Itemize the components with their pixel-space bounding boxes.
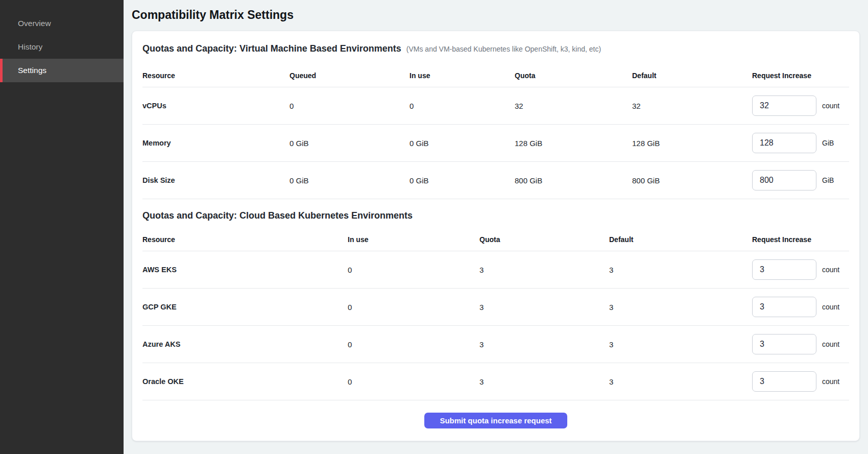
request-increase-input-gcp-gke[interactable] — [752, 297, 816, 317]
column-header-request-increase: Request Increase — [752, 71, 849, 80]
k8s-section-title: Quotas and Capacity: Cloud Based Kuberne… — [142, 209, 413, 222]
unit-label: count — [822, 303, 839, 311]
sidebar-item-history[interactable]: History — [0, 35, 124, 59]
quota-value: 32 — [515, 102, 632, 110]
default-value: 3 — [609, 377, 752, 386]
k8s-table-header: Resource In use Quota Default Request In… — [142, 228, 849, 251]
queued-value: 0 GiB — [290, 176, 409, 185]
k8s-quota-table: Resource In use Quota Default Request In… — [142, 228, 849, 400]
in-use-value: 0 — [348, 377, 479, 386]
main-content: Compatibility Matrix Settings Quotas and… — [124, 0, 868, 454]
default-value: 3 — [609, 303, 752, 312]
column-header-default: Default — [632, 71, 752, 80]
column-header-quota: Quota — [515, 71, 632, 80]
table-row-memory: Memory 0 GiB 0 GiB 128 GiB 128 GiB GiB — [142, 125, 849, 162]
resource-label: Disk Size — [142, 176, 290, 184]
request-increase-cell: GiB — [752, 133, 849, 153]
vm-section-title: Quotas and Capacity: Virtual Machine Bas… — [142, 42, 401, 55]
submit-quota-increase-button[interactable]: Submit quota increase request — [424, 413, 567, 428]
request-increase-input-vcpus[interactable] — [752, 95, 816, 116]
unit-label: GiB — [822, 139, 834, 147]
unit-label: count — [822, 340, 839, 348]
resource-label: GCP GKE — [142, 303, 348, 311]
table-row-azure-aks: Azure AKS 0 3 3 count — [142, 326, 849, 363]
column-header-in-use: In use — [348, 235, 479, 244]
card-footer: Submit quota increase request — [142, 400, 849, 441]
column-header-request-increase: Request Increase — [752, 235, 849, 244]
default-value: 3 — [609, 340, 752, 349]
column-header-resource: Resource — [142, 235, 348, 244]
request-increase-cell: count — [752, 371, 849, 392]
default-value: 3 — [609, 266, 752, 274]
sidebar: Overview History Settings — [0, 0, 124, 454]
request-increase-cell: GiB — [752, 170, 849, 190]
unit-label: count — [822, 377, 839, 386]
unit-label: GiB — [822, 176, 834, 184]
table-row-aws-eks: AWS EKS 0 3 3 count — [142, 251, 849, 289]
resource-label: Memory — [142, 139, 290, 147]
quota-value: 800 GiB — [515, 176, 632, 185]
quota-value: 3 — [479, 377, 609, 386]
vm-table-header: Resource Queued In use Quota Default Req… — [142, 64, 849, 87]
column-header-default: Default — [609, 235, 752, 244]
vm-section-heading: Quotas and Capacity: Virtual Machine Bas… — [142, 31, 849, 64]
default-value: 800 GiB — [632, 176, 752, 185]
request-increase-input-oracle-oke[interactable] — [752, 371, 816, 392]
request-increase-input-disk-size[interactable] — [752, 170, 816, 190]
request-increase-cell: count — [752, 297, 849, 317]
table-row-vcpus: vCPUs 0 0 32 32 count — [142, 87, 849, 125]
in-use-value: 0 — [348, 340, 479, 349]
resource-label: Azure AKS — [142, 340, 348, 348]
column-header-queued: Queued — [290, 71, 409, 80]
table-row-disk-size: Disk Size 0 GiB 0 GiB 800 GiB 800 GiB Gi… — [142, 162, 849, 199]
page-title: Compatibility Matrix Settings — [132, 7, 860, 23]
request-increase-input-aws-eks[interactable] — [752, 259, 816, 280]
table-row-gcp-gke: GCP GKE 0 3 3 count — [142, 289, 849, 326]
in-use-value: 0 GiB — [409, 139, 515, 148]
vm-section-note: (VMs and VM-based Kubernetes like OpenSh… — [406, 45, 601, 53]
column-header-in-use: In use — [409, 71, 515, 80]
default-value: 32 — [632, 102, 752, 110]
column-header-quota: Quota — [479, 235, 609, 244]
in-use-value: 0 GiB — [409, 176, 515, 185]
sidebar-item-overview[interactable]: Overview — [0, 12, 124, 35]
settings-card: Quotas and Capacity: Virtual Machine Bas… — [132, 31, 860, 441]
resource-label: vCPUs — [142, 102, 290, 110]
resource-label: AWS EKS — [142, 266, 348, 274]
quota-value: 128 GiB — [515, 139, 632, 148]
queued-value: 0 GiB — [290, 139, 409, 148]
column-header-resource: Resource — [142, 71, 290, 80]
quota-value: 3 — [479, 303, 609, 312]
request-increase-cell: count — [752, 259, 849, 280]
request-increase-cell: count — [752, 334, 849, 354]
quota-value: 3 — [479, 340, 609, 349]
table-row-oracle-oke: Oracle OKE 0 3 3 count — [142, 363, 849, 400]
sidebar-item-settings[interactable]: Settings — [0, 59, 124, 82]
request-increase-input-azure-aks[interactable] — [752, 334, 816, 354]
sidebar-nav: Overview History Settings — [0, 12, 124, 82]
quota-value: 3 — [479, 266, 609, 274]
vm-quota-table: Resource Queued In use Quota Default Req… — [142, 64, 849, 199]
request-increase-input-memory[interactable] — [752, 133, 816, 153]
default-value: 128 GiB — [632, 139, 752, 148]
k8s-section-heading: Quotas and Capacity: Cloud Based Kuberne… — [142, 199, 849, 228]
in-use-value: 0 — [409, 102, 515, 110]
queued-value: 0 — [290, 102, 409, 110]
in-use-value: 0 — [348, 303, 479, 312]
unit-label: count — [822, 102, 839, 110]
in-use-value: 0 — [348, 266, 479, 274]
request-increase-cell: count — [752, 95, 849, 116]
resource-label: Oracle OKE — [142, 377, 348, 386]
unit-label: count — [822, 266, 839, 274]
